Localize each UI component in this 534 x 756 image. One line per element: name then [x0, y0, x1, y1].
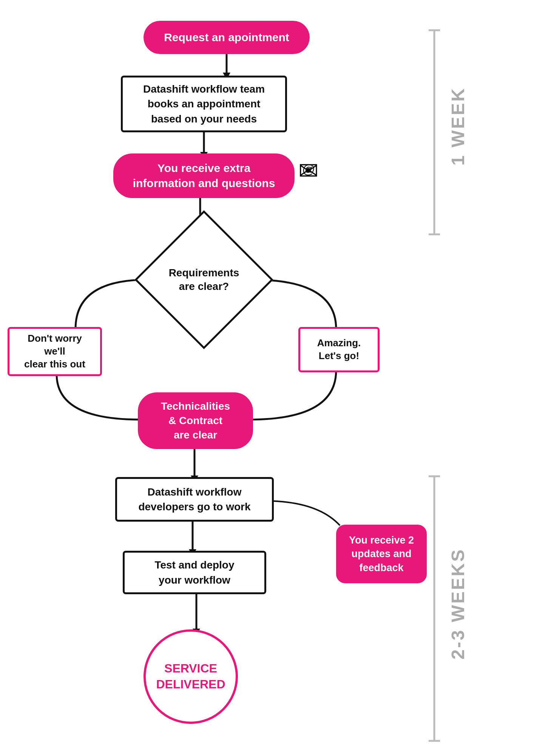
flowchart: Request an apointment Datashift workflow… — [0, 0, 534, 756]
test-deploy-node: Test and deployyour workflow — [123, 551, 266, 594]
at-icon: @ — [302, 162, 315, 177]
amazing-node: Amazing.Let's go! — [298, 327, 380, 372]
week23-label: 2-3 WEEKS — [448, 548, 468, 660]
dont-worry-node: Don't worry we'llclear this out — [8, 327, 102, 376]
datashift-rect-node: Datashift workflow teambooks an appointm… — [121, 76, 287, 132]
technicalities-label: Technicalities& Contractare clear — [161, 399, 230, 442]
week1-label: 1 WEEK — [448, 87, 468, 166]
service-delivered-label: SERVICEDELIVERED — [156, 661, 225, 692]
service-delivered-node: SERVICEDELIVERED — [144, 629, 238, 724]
developers-node: Datashift workflowdevelopers go to work — [115, 477, 274, 522]
updates-node: You receive 2updates andfeedback — [336, 525, 427, 583]
test-deploy-label: Test and deployyour workflow — [154, 558, 234, 587]
datashift-rect-label: Datashift workflow teambooks an appointm… — [143, 82, 265, 126]
request-appointment-node: Request an apointment — [144, 21, 310, 54]
dont-worry-label: Don't worry we'llclear this out — [20, 332, 90, 370]
request-appointment-label: Request an apointment — [164, 31, 289, 44]
requirements-label: Requirementsare clear? — [169, 266, 239, 294]
technicalities-node: Technicalities& Contractare clear — [138, 392, 253, 449]
extra-info-label: You receive extrainformation and questio… — [133, 161, 275, 191]
updates-label: You receive 2updates andfeedback — [349, 533, 414, 575]
developers-label: Datashift workflowdevelopers go to work — [138, 485, 250, 514]
extra-info-node: You receive extrainformation and questio… — [113, 153, 295, 198]
amazing-label: Amazing.Let's go! — [317, 337, 361, 363]
requirements-diamond-node: Requirementsare clear? — [147, 223, 261, 336]
